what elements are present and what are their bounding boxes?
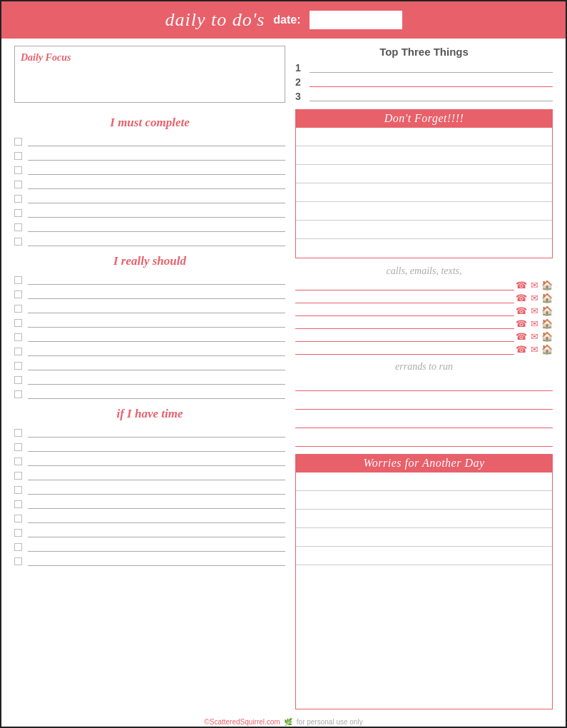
checkbox[interactable] (14, 319, 22, 327)
errand-line (295, 413, 553, 428)
line (28, 151, 285, 161)
checkbox[interactable] (14, 195, 22, 203)
list-item (14, 273, 285, 287)
must-complete-header: I must complete (14, 116, 285, 130)
list-item (14, 540, 285, 554)
line (28, 193, 285, 203)
top-three-list: 1 2 3 (295, 62, 553, 102)
line (310, 63, 553, 73)
line (28, 360, 285, 370)
line (28, 208, 285, 218)
number-label: 2 (295, 76, 305, 88)
home-icon: 🏠 (541, 305, 553, 317)
list-item (14, 525, 285, 540)
phone-icon: ☎ (516, 305, 527, 317)
list-item (14, 234, 285, 248)
right-column: Top Three Things 1 2 3 Don't Forget!!!! (295, 46, 553, 709)
checkbox[interactable] (14, 238, 22, 246)
calls-item: ☎ ✉ 🏠 (295, 331, 553, 343)
list-item (14, 387, 285, 401)
list-item (14, 287, 285, 301)
list-item (14, 468, 285, 482)
checkbox[interactable] (14, 223, 22, 231)
checkbox[interactable] (14, 305, 22, 313)
line (28, 136, 285, 146)
checkbox[interactable] (14, 209, 22, 217)
calls-item: ☎ ✉ 🏠 (295, 280, 553, 291)
list-item (14, 358, 285, 373)
checkbox[interactable] (14, 515, 22, 522)
list-item (14, 315, 285, 330)
calls-line (295, 319, 514, 329)
line (28, 428, 285, 438)
line (28, 456, 285, 466)
line (28, 289, 285, 299)
phone-icon: ☎ (516, 280, 527, 291)
df-line (296, 221, 552, 239)
page-title: daily to do's (165, 9, 265, 31)
checkbox[interactable] (14, 429, 22, 437)
list-item (14, 344, 285, 358)
date-label: date: (273, 14, 300, 26)
checkbox[interactable] (14, 348, 22, 355)
line (310, 77, 553, 87)
list-item (14, 425, 285, 440)
line (28, 303, 285, 313)
calls-list: ☎ ✉ 🏠 ☎ ✉ 🏠 ☎ ✉ 🏠 ☎ (295, 280, 553, 355)
left-column: Daily Focus I must complete I really sho… (14, 46, 285, 709)
w-line (296, 510, 552, 528)
line (28, 375, 285, 385)
checkbox[interactable] (14, 500, 22, 508)
checkbox[interactable] (14, 166, 22, 174)
phone-icon: ☎ (516, 318, 527, 330)
line (28, 236, 285, 246)
checkbox[interactable] (14, 181, 22, 188)
checkbox[interactable] (14, 443, 22, 451)
list-item (14, 177, 285, 191)
checkbox[interactable] (14, 543, 22, 551)
checkbox[interactable] (14, 362, 22, 370)
checkbox[interactable] (14, 390, 22, 398)
errand-line (295, 375, 553, 391)
checkbox[interactable] (14, 276, 22, 284)
line (28, 499, 285, 509)
checkbox[interactable] (14, 529, 22, 537)
line (28, 485, 285, 495)
header: daily to do's date: (1, 1, 566, 39)
errand-line (295, 431, 553, 447)
email-icon: ✉ (528, 293, 540, 304)
errands-header: errands to run (295, 361, 553, 373)
checkbox[interactable] (14, 376, 22, 384)
list-item (14, 220, 285, 234)
home-icon: 🏠 (541, 331, 553, 343)
w-line (296, 491, 552, 510)
list-item (14, 148, 285, 163)
checkbox[interactable] (14, 472, 22, 480)
dont-forget-box (295, 128, 553, 258)
checkbox[interactable] (14, 290, 22, 298)
list-item (14, 511, 285, 525)
checkbox[interactable] (14, 333, 22, 341)
date-input[interactable] (310, 11, 402, 29)
top-three-header: Top Three Things (295, 46, 553, 58)
checkbox[interactable] (14, 486, 22, 494)
line (28, 222, 285, 232)
list-item (14, 134, 285, 148)
list-item (14, 554, 285, 568)
checkbox[interactable] (14, 152, 22, 160)
w-line (296, 472, 552, 491)
line (310, 91, 553, 101)
df-line (296, 239, 552, 258)
list-item (14, 301, 285, 315)
list-item (14, 482, 285, 497)
w-line (296, 528, 552, 547)
line (28, 332, 285, 342)
line (28, 556, 285, 566)
checkbox[interactable] (14, 138, 22, 146)
w-line (296, 547, 552, 565)
df-line (296, 183, 552, 202)
calls-line (295, 345, 514, 355)
df-line (296, 128, 552, 146)
checkbox[interactable] (14, 557, 22, 565)
checkbox[interactable] (14, 457, 22, 465)
